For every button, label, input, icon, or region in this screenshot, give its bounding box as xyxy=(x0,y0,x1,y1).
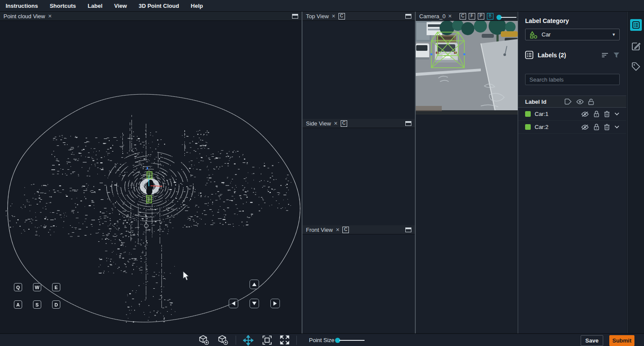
label-category-heading: Label Category xyxy=(525,17,569,24)
camera-title: Camera_0 xyxy=(419,13,446,20)
delete-icon[interactable] xyxy=(604,111,610,117)
camera-chip-p[interactable]: P xyxy=(478,13,484,20)
chevron-down-icon[interactable] xyxy=(614,125,619,129)
arrow-up-icon xyxy=(252,283,256,286)
label-category-dropdown[interactable]: Car ▾ xyxy=(525,29,620,40)
pan-up-button[interactable] xyxy=(250,280,259,289)
close-icon[interactable]: × xyxy=(48,13,52,19)
label-id-column-header: Label Id xyxy=(525,99,546,105)
pan-right-button[interactable] xyxy=(270,299,280,308)
label-name: Car:2 xyxy=(535,124,549,130)
point-size-label: Point Size xyxy=(309,337,335,343)
auto-fit-cuboid-icon[interactable] xyxy=(218,335,229,345)
close-icon[interactable]: × xyxy=(334,120,338,126)
menu-bar: Instructions Shortcuts Label View 3D Poi… xyxy=(0,0,644,12)
label-category-value: Car xyxy=(542,31,551,38)
front-view-panel: Front View × C xyxy=(302,225,415,333)
fullscreen-expand-icon[interactable] xyxy=(280,335,289,345)
top-view-title: Top View xyxy=(306,13,329,20)
sort-icon[interactable] xyxy=(602,53,609,58)
close-icon[interactable]: × xyxy=(336,227,339,233)
top-view-panel: Top View × C xyxy=(302,12,415,119)
add-cuboid-icon[interactable] xyxy=(199,335,210,345)
maximize-icon[interactable] xyxy=(405,227,411,232)
camera-chip-b[interactable]: B xyxy=(487,13,493,20)
lock-column-icon[interactable] xyxy=(588,99,594,105)
camera-image[interactable] xyxy=(416,21,518,115)
arrow-right-icon xyxy=(273,301,277,306)
labels-list-icon xyxy=(525,51,533,59)
labels-list-icon xyxy=(632,21,640,29)
maximize-icon[interactable] xyxy=(405,14,411,19)
tags-panel-tab[interactable] xyxy=(631,62,641,72)
label-table-header: Label Id xyxy=(518,96,626,108)
category-shapes-icon xyxy=(530,31,538,39)
menu-help[interactable]: Help xyxy=(191,3,203,9)
key-a-button[interactable]: A xyxy=(14,300,22,309)
key-e-button[interactable]: E xyxy=(52,283,60,291)
visibility-off-icon[interactable] xyxy=(581,111,589,117)
menu-instructions[interactable]: Instructions xyxy=(6,3,38,9)
label-row[interactable]: Car:2 xyxy=(518,121,626,134)
delete-icon[interactable] xyxy=(604,124,610,130)
side-view-panel: Side View × C xyxy=(302,119,415,225)
label-name: Car:1 xyxy=(535,111,549,117)
mouse-cursor xyxy=(183,271,190,281)
camera-toggle-chip[interactable]: C xyxy=(338,13,345,20)
visibility-off-icon[interactable] xyxy=(581,124,589,130)
save-button[interactable]: Save xyxy=(581,335,603,346)
edit-panel-tab[interactable] xyxy=(631,41,641,51)
visibility-column-icon[interactable] xyxy=(576,99,584,105)
label-row[interactable]: Car:1 xyxy=(518,108,626,121)
side-view-title: Side View xyxy=(306,120,331,127)
chevron-down-icon: ▾ xyxy=(612,32,615,37)
menu-view[interactable]: View xyxy=(114,3,127,9)
labels-panel-tab[interactable] xyxy=(630,19,642,31)
lock-icon[interactable] xyxy=(594,124,599,130)
key-q-button[interactable]: Q xyxy=(14,283,22,291)
search-labels-input[interactable] xyxy=(525,74,620,85)
key-w-button[interactable]: W xyxy=(33,283,41,291)
toolbar-divider xyxy=(296,336,297,345)
front-view-title: Front View xyxy=(306,227,333,233)
camera-toggle-chip[interactable]: C xyxy=(341,120,347,127)
key-d-button[interactable]: D xyxy=(52,300,60,309)
annotation-app: Instructions Shortcuts Label View 3D Poi… xyxy=(0,0,644,346)
camera-toggle-chip[interactable]: C xyxy=(342,227,349,233)
right-tool-strip xyxy=(627,12,644,333)
maximize-icon[interactable] xyxy=(405,121,411,126)
tag-column-icon[interactable] xyxy=(565,99,572,105)
pan-left-button[interactable] xyxy=(229,299,238,308)
pan-down-button[interactable] xyxy=(250,299,259,308)
camera-panel: Camera_0 × C F P B xyxy=(416,12,518,333)
labeling-sidebar: Label Category Car ▾ Labels (2) xyxy=(518,12,626,333)
key-s-button[interactable]: S xyxy=(33,300,41,309)
label-color-swatch xyxy=(525,124,531,130)
menu-3d-point-cloud[interactable]: 3D Point Cloud xyxy=(138,3,179,9)
close-icon[interactable]: × xyxy=(448,13,452,19)
chevron-down-icon[interactable] xyxy=(614,112,619,115)
move-tool-icon[interactable] xyxy=(243,335,253,346)
labels-heading: Labels (2) xyxy=(538,52,566,59)
bottom-toolbar: Point Size Save Submit xyxy=(0,333,644,346)
close-icon[interactable]: × xyxy=(332,13,335,19)
toolbar-divider xyxy=(236,336,236,345)
point-cloud-panel: Point cloud View × Q W E A S D xyxy=(0,12,302,333)
point-cloud-view-title: Point cloud View xyxy=(3,13,45,20)
menu-label[interactable]: Label xyxy=(88,3,102,9)
point-size-slider-track[interactable] xyxy=(339,340,365,341)
submit-button[interactable]: Submit xyxy=(609,335,634,346)
camera-chip-c[interactable]: C xyxy=(460,13,466,20)
arrow-down-icon xyxy=(252,302,256,305)
filter-icon[interactable] xyxy=(613,52,620,58)
camera-opacity-slider-track[interactable] xyxy=(501,17,516,18)
menu-shortcuts[interactable]: Shortcuts xyxy=(49,3,76,9)
arrow-left-icon xyxy=(232,301,235,306)
frame-selection-icon[interactable] xyxy=(263,336,272,345)
maximize-icon[interactable] xyxy=(292,14,298,19)
lock-icon[interactable] xyxy=(594,111,599,117)
camera-chip-f[interactable]: F xyxy=(469,13,475,20)
label-color-swatch xyxy=(525,111,531,117)
